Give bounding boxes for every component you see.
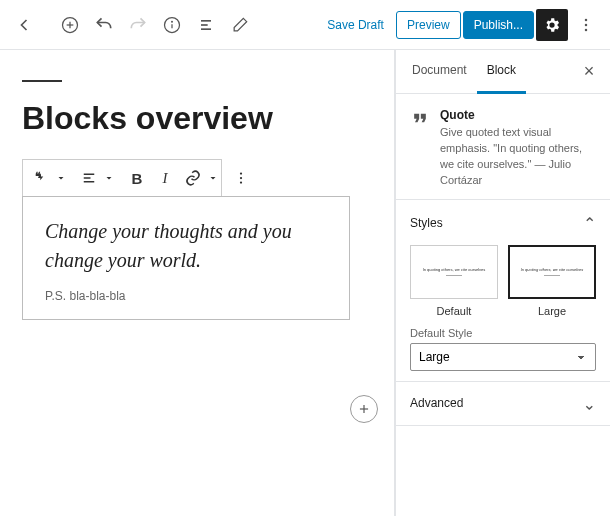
- default-style-select[interactable]: Large: [410, 343, 596, 371]
- more-format-dropdown-icon[interactable]: [207, 160, 219, 196]
- style-label: Default: [410, 305, 498, 317]
- block-more-icon[interactable]: [227, 160, 255, 196]
- tab-document[interactable]: Document: [402, 50, 477, 94]
- quote-icon: [410, 108, 430, 189]
- chevron-down-icon: ⌃: [583, 394, 596, 413]
- toolbar-left: [8, 9, 256, 41]
- dropdown-icon[interactable]: [55, 160, 67, 196]
- bold-button[interactable]: B: [123, 160, 151, 196]
- preview-button[interactable]: Preview: [396, 11, 461, 39]
- publish-button[interactable]: Publish...: [463, 11, 534, 39]
- editor-canvas[interactable]: Blocks overview ❝ B I: [0, 50, 395, 516]
- advanced-panel: Advanced ⌃: [396, 382, 610, 426]
- top-toolbar: Save Draft Preview Publish...: [0, 0, 610, 50]
- settings-icon[interactable]: [536, 9, 568, 41]
- svg-point-11: [585, 28, 588, 31]
- main-area: Blocks overview ❝ B I: [0, 50, 610, 516]
- italic-button[interactable]: I: [151, 160, 179, 196]
- svg-text:❝: ❝: [35, 170, 41, 182]
- block-toolbar: ❝ B I: [22, 159, 222, 197]
- advanced-panel-toggle[interactable]: Advanced ⌃: [410, 394, 596, 413]
- edit-icon[interactable]: [224, 9, 256, 41]
- close-sidebar-icon[interactable]: ×: [574, 57, 604, 87]
- more-icon[interactable]: [570, 9, 602, 41]
- add-block-icon[interactable]: [54, 9, 86, 41]
- chevron-up-icon: ⌃: [583, 214, 596, 233]
- default-style-label: Default Style: [410, 327, 596, 339]
- quote-text[interactable]: Change your thoughts and you change your…: [45, 217, 327, 275]
- block-info-panel: Quote Give quoted text visual emphasis. …: [396, 94, 610, 200]
- svg-point-18: [240, 181, 242, 183]
- back-icon[interactable]: [8, 9, 40, 41]
- styles-panel-toggle[interactable]: Styles ⌃: [410, 214, 596, 233]
- quote-block[interactable]: Change your thoughts and you change your…: [22, 196, 350, 320]
- styles-heading: Styles: [410, 216, 443, 230]
- svg-point-16: [240, 172, 242, 174]
- undo-icon[interactable]: [88, 9, 120, 41]
- sidebar-tabs: Document Block ×: [396, 50, 610, 94]
- advanced-heading: Advanced: [410, 396, 463, 410]
- settings-sidebar: Document Block × Quote Give quoted text …: [395, 50, 610, 516]
- block-type-icon[interactable]: ❝: [27, 160, 55, 196]
- style-option-default[interactable]: In quoting others, we cite ourselves Def…: [410, 245, 498, 317]
- post-title[interactable]: Blocks overview: [22, 100, 364, 137]
- svg-point-17: [240, 177, 242, 179]
- inserter-icon[interactable]: [350, 395, 378, 423]
- style-option-large[interactable]: In quoting others, we cite ourselves Lar…: [508, 245, 596, 317]
- toolbar-right: Save Draft Preview Publish...: [317, 9, 602, 41]
- svg-point-5: [172, 21, 173, 22]
- align-dropdown-icon[interactable]: [103, 160, 115, 196]
- quote-citation[interactable]: P.S. bla-bla-bla: [45, 289, 327, 303]
- block-info-description: Give quoted text visual emphasis. "In qu…: [440, 125, 596, 189]
- link-icon[interactable]: [179, 160, 207, 196]
- redo-icon[interactable]: [122, 9, 154, 41]
- tab-block[interactable]: Block: [477, 50, 526, 94]
- outline-icon[interactable]: [190, 9, 222, 41]
- info-icon[interactable]: [156, 9, 188, 41]
- svg-point-10: [585, 23, 588, 26]
- align-icon[interactable]: [75, 160, 103, 196]
- style-label: Large: [508, 305, 596, 317]
- svg-point-9: [585, 18, 588, 21]
- block-info-title: Quote: [440, 108, 596, 122]
- styles-panel: Styles ⌃ In quoting others, we cite ours…: [396, 200, 610, 382]
- save-draft-button[interactable]: Save Draft: [317, 12, 394, 38]
- title-separator: [22, 80, 62, 82]
